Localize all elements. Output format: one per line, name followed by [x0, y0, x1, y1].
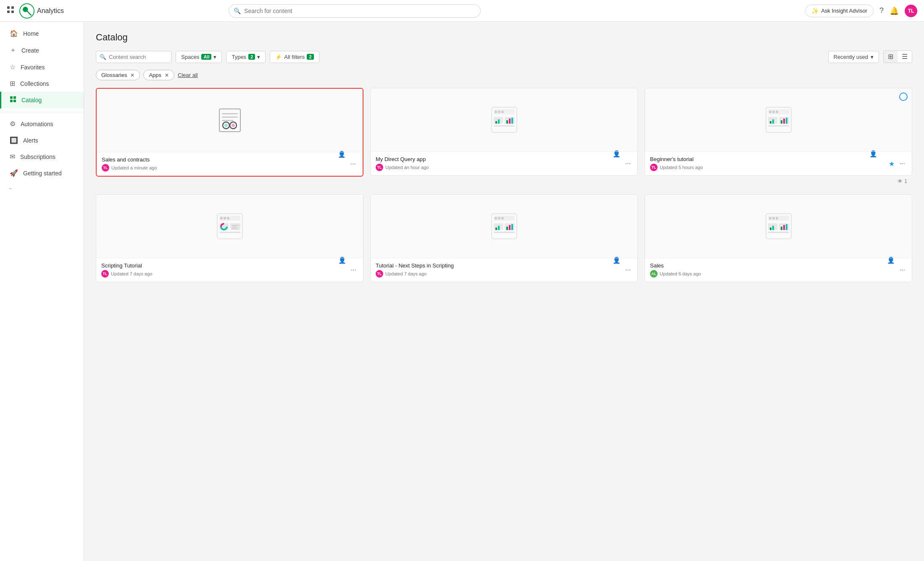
- filter-icon: ⚡: [275, 54, 282, 60]
- svg-point-35: [769, 111, 771, 113]
- card-info-sales-contracts: Sales and contracts TL Updated a minute …: [102, 156, 345, 172]
- svg-rect-58: [232, 227, 237, 228]
- card-title-my-direct-query: My Direct Query app: [376, 156, 620, 162]
- grid-menu-icon[interactable]: [7, 6, 14, 16]
- svg-rect-13: [222, 116, 238, 118]
- grid-view-button[interactable]: ⊞: [884, 51, 898, 63]
- card-updated-beginners-tutorial: Updated 5 hours ago: [660, 165, 703, 170]
- sidebar-label-alerts: Alerts: [23, 137, 38, 144]
- svg-point-77: [776, 217, 778, 220]
- sidebar-item-catalog[interactable]: Catalog: [0, 92, 84, 108]
- card-sales[interactable]: 👤 Sales AL Updated 6 days ago ···: [645, 194, 912, 282]
- svg-point-64: [501, 217, 504, 220]
- card-scripting-tutorial[interactable]: 👤 Scripting Tutorial TL Updated 7 days a…: [96, 194, 363, 282]
- sort-dropdown[interactable]: Recently used ▾: [828, 51, 879, 63]
- card-more-button-tutorial-next-steps[interactable]: ···: [624, 267, 632, 273]
- sidebar-item-create[interactable]: ＋ Create: [0, 42, 84, 59]
- svg-rect-59: [232, 228, 238, 229]
- svg-point-51: [227, 217, 229, 220]
- types-label: Types: [232, 54, 246, 60]
- card-image-sales-contracts: [97, 89, 363, 152]
- star-icon: ☆: [10, 63, 16, 71]
- views-placeholder-2: [370, 176, 638, 187]
- card-more-button-sales[interactable]: ···: [898, 267, 907, 273]
- card-tutorial-next-steps[interactable]: 👤 Tutorial - Next Steps in Scripting TL …: [370, 194, 638, 282]
- catalog-icon: [10, 96, 16, 104]
- insight-advisor-button[interactable]: ✨ Ask Insight Advisor: [805, 5, 874, 17]
- sidebar: 🏠 Home ＋ Create ☆ Favorites ⊞ Collection…: [0, 22, 84, 561]
- card-updated-tutorial-next-steps: Updated 7 days ago: [385, 271, 426, 276]
- main-content: Catalog 🔍 Spaces All ▾ Types 2 ▾ ⚡ All f…: [84, 22, 924, 561]
- filter-tag-apps-close[interactable]: ✕: [165, 72, 169, 78]
- sidebar-item-favorites[interactable]: ☆ Favorites: [0, 59, 84, 75]
- create-icon: ＋: [10, 46, 16, 55]
- card-beginners-tutorial[interactable]: 👤 Beginner's tutorial TL Updated 5 hours…: [645, 88, 912, 176]
- card-my-direct-query[interactable]: 👤 My Direct Query app TL Updated an hour…: [370, 88, 638, 176]
- svg-point-76: [772, 217, 775, 220]
- card-more-button-sales-contracts[interactable]: ···: [349, 161, 358, 167]
- sort-chevron-icon: ▾: [871, 54, 874, 60]
- spaces-filter-button[interactable]: Spaces All ▾: [176, 51, 222, 63]
- card-footer-beginners-tutorial: Beginner's tutorial TL Updated 5 hours a…: [645, 151, 912, 175]
- sidebar-item-home[interactable]: 🏠 Home: [0, 25, 84, 42]
- svg-rect-43: [781, 120, 782, 124]
- svg-rect-70: [506, 227, 508, 230]
- clear-all-button[interactable]: Clear all: [178, 72, 198, 78]
- app-layout: 🏠 Home ＋ Create ☆ Favorites ⊞ Collection…: [0, 22, 924, 561]
- card-meta-sales: AL Updated 6 days ago: [650, 270, 895, 278]
- svg-rect-84: [783, 225, 785, 230]
- sidebar-item-subscriptions[interactable]: ✉ Subscriptions: [0, 148, 84, 165]
- rocket-icon: 🚀: [10, 169, 18, 177]
- svg-rect-31: [509, 119, 511, 124]
- card-more-button-beginners-tutorial[interactable]: ···: [898, 160, 907, 167]
- sort-label: Recently used: [834, 54, 868, 60]
- cards-grid: 👤 Sales and contracts TL Updated a minut…: [96, 88, 912, 293]
- svg-rect-83: [781, 227, 782, 230]
- svg-rect-81: [770, 228, 771, 230]
- chart-icon-3: [215, 212, 245, 241]
- svg-point-62: [495, 217, 497, 220]
- svg-rect-0: [7, 6, 10, 9]
- card-avatar-my-direct-query: TL: [376, 164, 383, 171]
- sidebar-item-collections[interactable]: ⊞ Collections: [0, 75, 84, 92]
- global-search-bar: 🔍: [229, 4, 481, 18]
- card-more-button-my-direct-query[interactable]: ···: [624, 160, 632, 167]
- notifications-icon[interactable]: 🔔: [890, 6, 899, 16]
- sidebar-item-automations[interactable]: ⚙ Automations: [0, 116, 84, 132]
- card-image-scripting-tutorial: [96, 195, 363, 258]
- card-info-sales: Sales AL Updated 6 days ago: [650, 262, 895, 278]
- qlik-logo[interactable]: Analytics: [19, 3, 64, 19]
- content-search-wrapper: 🔍: [96, 51, 171, 63]
- star-filled-icon[interactable]: ★: [889, 160, 895, 168]
- filter-tag-glossaries[interactable]: Glossaries ✕: [96, 70, 140, 80]
- svg-rect-44: [783, 119, 785, 124]
- card-title-tutorial-next-steps: Tutorial - Next Steps in Scripting: [376, 262, 620, 269]
- card-with-views-1: 👤 Sales and contracts TL Updated a minut…: [96, 88, 363, 188]
- views-placeholder-5: [370, 282, 638, 293]
- chart-icon-4: [490, 212, 519, 241]
- card-footer-tutorial-next-steps: Tutorial - Next Steps in Scripting TL Up…: [371, 258, 637, 282]
- svg-rect-30: [506, 120, 508, 124]
- svg-rect-69: [498, 226, 500, 230]
- card-sales-contracts[interactable]: 👤 Sales and contracts TL Updated a minut…: [96, 88, 363, 177]
- sidebar-item-getting-started[interactable]: 🚀 Getting started: [0, 165, 84, 181]
- help-icon[interactable]: ?: [879, 6, 884, 15]
- filter-tag-glossaries-close[interactable]: ✕: [130, 72, 134, 78]
- card-meta-scripting-tutorial: TL Updated 7 days ago: [101, 270, 346, 278]
- types-filter-button[interactable]: Types 2 ▾: [226, 51, 266, 63]
- svg-rect-53: [219, 232, 240, 233]
- card-more-button-scripting-tutorial[interactable]: ···: [349, 267, 358, 273]
- card-title-sales-contracts: Sales and contracts: [102, 156, 345, 163]
- filter-tag-apps[interactable]: Apps ✕: [143, 70, 174, 80]
- sidebar-item-alerts[interactable]: 🔲 Alerts: [0, 132, 84, 148]
- content-search-input[interactable]: [96, 51, 171, 63]
- user-avatar[interactable]: TL: [905, 5, 917, 17]
- search-input[interactable]: [229, 4, 481, 18]
- all-filters-label: All filters: [284, 54, 305, 60]
- views-placeholder-4: [96, 282, 363, 293]
- all-filters-button[interactable]: ⚡ All filters 2: [270, 51, 319, 63]
- list-view-button[interactable]: ☰: [898, 51, 912, 63]
- svg-rect-10: [13, 100, 16, 102]
- sidebar-collapse-button[interactable]: ←: [0, 181, 84, 196]
- svg-rect-3: [11, 11, 14, 13]
